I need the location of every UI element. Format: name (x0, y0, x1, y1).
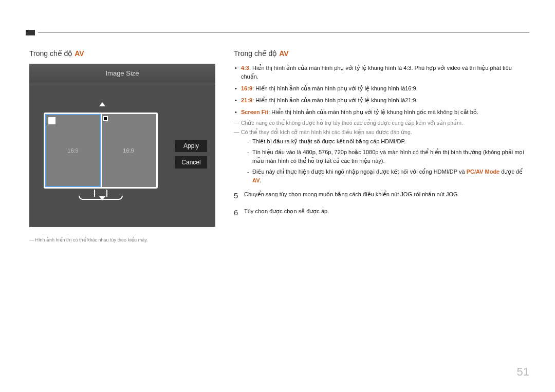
bullet-text: : Hiển thị hình ảnh của màn hình phụ với… (252, 85, 418, 91)
osd-title: Image Size (29, 64, 215, 83)
bullet-item: 16:9: Hiển thị hình ảnh của màn hình phụ… (234, 84, 529, 93)
bullet-item: 4:3: Hiển thị hình ảnh của màn hình phụ … (234, 64, 529, 81)
panel-left-label: 16:9 (67, 147, 78, 154)
dash3-post: được để (499, 169, 523, 175)
bullet-accent: 16:9 (241, 85, 252, 91)
bullet-list: 4:3: Hiển thị hình ảnh của màn hình phụ … (234, 64, 529, 117)
right-heading-prefix: Trong chế độ (234, 49, 279, 58)
step-text: Chuyển sang tùy chọn mong muốn bằng cách… (244, 190, 459, 202)
right-heading: Trong chế độ AV (234, 49, 529, 58)
step-number: 5 (234, 190, 244, 202)
dash3-accent2: AV (252, 177, 260, 183)
bullet-accent: 4:3 (241, 65, 249, 71)
dash-item: Điều này chỉ thực hiện được khi ngõ nhập… (247, 167, 529, 185)
header-rule (38, 32, 529, 33)
osd-panel: Image Size 16:9 16:9 Apply Cancel (29, 64, 215, 227)
arrow-up-icon[interactable] (99, 102, 105, 106)
left-heading-accent: AV (75, 49, 84, 58)
dash-item: Thiết bị đầu ra kỹ thuật số được kết nối… (247, 137, 529, 146)
dash-list: Thiết bị đầu ra kỹ thuật số được kết nối… (247, 137, 529, 185)
bullet-item: Screen Fit: Hiển thị hình ảnh của màn hì… (234, 108, 529, 117)
panel-divider (101, 114, 102, 187)
step-6: 6 Tùy chọn được chọn sẽ được áp. (234, 207, 529, 219)
left-heading-prefix: Trong chế độ (29, 49, 75, 58)
bullet-item: 21:9: Hiển thị hình ảnh của màn hình phụ… (234, 96, 529, 105)
dash-item: Tín hiệu đầu vào là 480p, 576p, 720p hoặ… (247, 148, 529, 165)
bullet-accent: 21:9 (241, 97, 252, 103)
arrow-down-icon[interactable] (99, 196, 105, 200)
dash3-accent: PC/AV Mode (467, 169, 500, 175)
dash3-end: . (260, 177, 261, 183)
preview-panel-left[interactable]: 16:9 (45, 114, 101, 187)
monitor-frame: 16:9 16:9 (44, 113, 158, 189)
panel-right-label: 16:9 (123, 147, 134, 154)
pip-box-icon (48, 117, 55, 124)
left-footnote-text: Hình ảnh hiển thị có thể khác nhau tùy t… (35, 237, 148, 242)
step-text: Tùy chọn được chọn sẽ được áp. (244, 207, 329, 219)
bullet-text: : Hiển thị hình ảnh của màn hình phụ với… (252, 97, 418, 103)
page-number: 51 (517, 365, 529, 379)
header-accent (26, 30, 35, 35)
step-5: 5 Chuyển sang tùy chọn mong muốn bằng cá… (234, 190, 529, 202)
right-column: Trong chế độ AV 4:3: Hiển thị hình ảnh c… (234, 49, 529, 218)
note-line: Có thể thay đổi kích cỡ màn hình khi các… (234, 129, 529, 135)
step-number: 6 (234, 207, 244, 219)
left-footnote: ― Hình ảnh hiển thị có thể khác nhau tùy… (29, 237, 219, 242)
left-heading: Trong chế độ AV (29, 49, 219, 58)
note-line: Chức năng có thể không được hỗ trợ tùy t… (234, 120, 529, 126)
left-column: Trong chế độ AV Image Size 16:9 16:9 App… (29, 49, 219, 242)
bullet-accent: Screen Fit (241, 109, 268, 115)
apply-button[interactable]: Apply (175, 140, 207, 152)
monitor-diagram: 16:9 16:9 (44, 113, 170, 215)
preview-panel-right[interactable]: 16:9 (101, 114, 156, 187)
pip-box-icon (103, 116, 108, 121)
bullet-text: : Hiển thị hình ảnh của màn hình phụ với… (241, 65, 512, 80)
cancel-button[interactable]: Cancel (175, 156, 207, 169)
right-heading-accent: AV (279, 49, 288, 58)
dash3-pre: Điều này chỉ thực hiện được khi ngõ nhập… (252, 169, 467, 175)
bullet-text: : Hiển thị hình ảnh của màn hình phụ với… (268, 109, 478, 115)
